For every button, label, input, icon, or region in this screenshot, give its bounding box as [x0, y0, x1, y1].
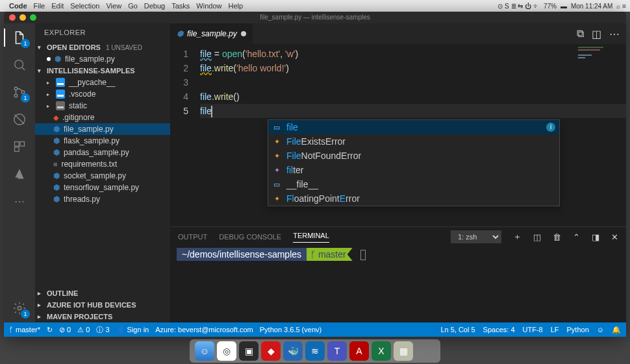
folder-pycache[interactable]: ▸▬__pycache__ [35, 77, 170, 88]
dock-vscode-icon[interactable]: ≋ [305, 341, 325, 361]
file-threads[interactable]: ⬢threads.py [35, 193, 170, 205]
status-sync[interactable]: ↻ [47, 326, 53, 334]
file-socket-sample[interactable]: ⬢socket_sample.py [35, 170, 170, 182]
file-requirements[interactable]: ≡requirements.txt [35, 158, 170, 170]
move-panel-icon[interactable]: ◨ [592, 232, 599, 242]
workspace-section[interactable]: ▾ INTELLISENSE-SAMPLES [35, 65, 170, 77]
tab-terminal[interactable]: TERMINAL [293, 232, 329, 243]
close-window-button[interactable] [9, 14, 16, 21]
menu-help[interactable]: Help [228, 2, 243, 10]
battery-pct[interactable]: 77% [544, 3, 557, 10]
terminal-cursor [360, 250, 366, 260]
file-flask-sample[interactable]: ⬢flask_sample.py [35, 135, 170, 147]
tab-output[interactable]: OUTPUT [178, 233, 207, 241]
suggest-item[interactable]: ✦FloatingPointError [268, 191, 559, 206]
suggest-item[interactable]: ▭__file__ [268, 177, 559, 191]
zoom-window-button[interactable] [30, 14, 36, 21]
status-bell-icon[interactable]: 🔔 [612, 326, 621, 334]
file-file-sample[interactable]: ⬢file_sample.py [35, 123, 170, 135]
dock-docker-icon[interactable]: 🐳 [283, 341, 303, 361]
dock-teams-icon[interactable]: T [327, 341, 347, 361]
flag-icon[interactable]: ▬ [561, 3, 567, 10]
azure-icon[interactable] [10, 165, 29, 183]
dock-app2-icon[interactable]: ▦ [394, 341, 413, 361]
menu-debug[interactable]: Debug [144, 2, 165, 10]
status-info[interactable]: ⓘ 3 [96, 325, 109, 335]
compare-icon[interactable]: ⧉ [577, 28, 584, 40]
file-pandas-sample[interactable]: ⬢pandas_sample.py [35, 147, 170, 158]
explorer-badge: 1 [21, 39, 30, 48]
explorer-icon[interactable]: 1 [10, 29, 29, 47]
status-position[interactable]: Ln 5, Col 5 [440, 326, 475, 334]
dirty-dot-icon [241, 31, 246, 36]
kill-terminal-icon[interactable]: 🗑 [553, 232, 561, 242]
clock[interactable]: Mon 11:24 AM [571, 3, 612, 10]
menu-selection[interactable]: Selection [70, 2, 99, 10]
status-lang[interactable]: Python [567, 326, 589, 334]
app-name[interactable]: Code [9, 2, 27, 10]
tab-debug-console[interactable]: DEBUG CONSOLE [219, 233, 281, 241]
status-feedback[interactable]: ☺ [597, 326, 604, 334]
dock-app-icon[interactable]: ◆ [261, 341, 281, 361]
folder-static[interactable]: ▸▬static [35, 100, 170, 112]
debug-icon[interactable] [10, 110, 29, 128]
editor-tab[interactable]: ⬢ file_sample.py [170, 23, 253, 44]
dock-excel-icon[interactable]: X [372, 341, 391, 361]
window-controls [9, 14, 36, 21]
dock-finder-icon[interactable]: ☺ [195, 341, 214, 361]
folder-icon: ▬ [56, 90, 65, 99]
terminal[interactable]: ~/demos/intellisense-samplesᚶ master [170, 247, 626, 322]
status-encoding[interactable]: UTF-8 [523, 326, 543, 334]
menu-edit[interactable]: Edit [51, 2, 64, 10]
status-spaces[interactable]: Spaces: 4 [483, 326, 515, 334]
split-terminal-icon[interactable]: ◫ [533, 232, 541, 242]
outline-section[interactable]: ▸OUTLINE [35, 287, 170, 299]
status-eol[interactable]: LF [551, 326, 559, 334]
dirty-dot-icon [47, 57, 51, 61]
suggest-item[interactable]: ✦filter [268, 163, 559, 177]
maven-section[interactable]: ▸MAVEN PROJECTS [35, 311, 170, 322]
close-panel-icon[interactable]: ✕ [611, 232, 618, 242]
spotlight-icon[interactable]: ⌕ ≡ [616, 3, 626, 10]
file-gitignore[interactable]: ◆.gitignore [35, 112, 170, 123]
status-python[interactable]: Python 3.6.5 (venv) [260, 326, 321, 334]
menu-go[interactable]: Go [128, 2, 138, 10]
suggest-item[interactable]: ✦FileExistsError [268, 134, 559, 149]
file-tensorflow-sample[interactable]: ⬢tensorflow_sample.py [35, 182, 170, 193]
minimize-window-button[interactable] [19, 14, 26, 21]
dock-chrome-icon[interactable]: ◎ [217, 341, 236, 361]
status-azure[interactable]: Azure: beverst@microsoft.com [155, 326, 253, 334]
status-signin[interactable]: 👤 Sign in [116, 326, 149, 334]
suggest-item[interactable]: ▭filei [268, 120, 559, 134]
menu-tasks[interactable]: Tasks [171, 2, 190, 10]
status-branch[interactable]: ᚶ master* [9, 326, 40, 334]
minimap[interactable] [578, 47, 624, 86]
extensions-icon[interactable] [10, 138, 29, 156]
more-icon[interactable]: ⋯ [609, 28, 620, 40]
split-icon[interactable]: ◫ [592, 28, 601, 40]
info-icon[interactable]: i [546, 123, 555, 132]
menu-window[interactable]: Window [196, 2, 221, 10]
suggest-item[interactable]: ✦FileNotFoundError [268, 149, 559, 163]
iot-section[interactable]: ▸AZURE IOT HUB DEVICES [35, 299, 170, 311]
menu-view[interactable]: View [106, 2, 121, 10]
maximize-panel-icon[interactable]: ⌃ [573, 232, 580, 242]
menubar-icons[interactable]: ⊙ S ≣ ⇆ ⏻ ᯤ [498, 3, 540, 10]
status-errors[interactable]: ⊘ 0 [59, 326, 71, 334]
settings-icon[interactable]: 1 [10, 299, 29, 317]
terminal-select[interactable]: 1: zsh [451, 230, 501, 243]
open-editors-section[interactable]: ▾ OPEN EDITORS 1 UNSAVED [35, 42, 170, 53]
more-icon[interactable]: ⋯ [10, 192, 29, 210]
dock-acrobat-icon[interactable]: A [349, 341, 369, 361]
svg-point-8 [18, 306, 21, 310]
code-editor[interactable]: 12345 file = open('hello.txt', 'w') file… [170, 44, 626, 226]
folder-vscode[interactable]: ▸▬.vscode [35, 88, 170, 100]
dock-terminal-icon[interactable]: ▣ [239, 341, 258, 361]
menu-file[interactable]: File [34, 2, 45, 10]
open-editor-item[interactable]: ⬢ file_sample.py [35, 53, 170, 65]
status-warnings[interactable]: ⚠ 0 [77, 326, 90, 334]
source-control-icon[interactable]: 1 [10, 83, 29, 101]
new-terminal-icon[interactable]: ＋ [513, 231, 522, 243]
dock-trash-icon[interactable]: 🗑 [416, 341, 435, 361]
search-icon[interactable] [10, 56, 29, 74]
